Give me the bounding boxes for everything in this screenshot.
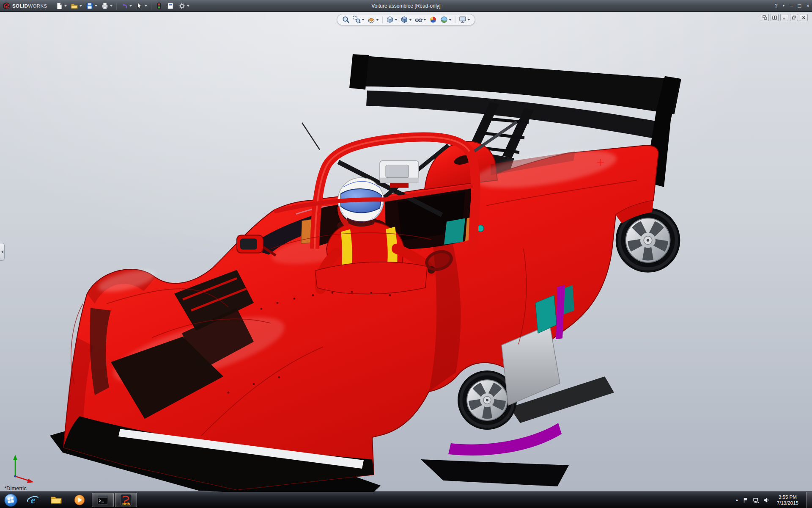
heads-up-view-toolbar <box>337 14 475 25</box>
dropdown-caret[interactable] <box>376 19 379 21</box>
help-button[interactable]: ? <box>775 3 778 8</box>
taskbar-media-player[interactable] <box>69 493 91 507</box>
toolbar-separator <box>455 17 455 23</box>
edit-appearance-button[interactable] <box>429 15 438 24</box>
pane-arrange-icon <box>763 15 767 20</box>
view-orientation-button[interactable] <box>386 15 398 24</box>
display-style-button[interactable] <box>400 15 412 24</box>
zoom-to-area-button[interactable] <box>353 15 365 24</box>
windows-start-orb-icon <box>4 493 18 507</box>
media-player-icon <box>73 494 86 506</box>
hidden-icons-button[interactable]: ▲ <box>735 498 739 502</box>
open-icon <box>71 2 78 10</box>
dropdown-caret[interactable] <box>395 19 398 21</box>
graphics-viewport[interactable]: *Dimetric <box>0 12 812 491</box>
toolbar-separator <box>382 17 383 23</box>
tray-date: 7/13/2015 <box>777 500 798 506</box>
chevron-left-icon <box>1 250 3 254</box>
taskbar-command-prompt[interactable] <box>92 493 114 507</box>
dropdown-caret[interactable] <box>424 19 426 21</box>
folder-icon <box>50 494 63 506</box>
zoom-to-fit-icon <box>342 16 350 24</box>
network-icon <box>753 497 759 503</box>
file-properties-button[interactable] <box>165 1 176 11</box>
apply-scene-icon <box>440 16 448 24</box>
toolbar-separator <box>151 2 151 10</box>
volume-icon <box>763 497 769 503</box>
action-center-button[interactable] <box>743 497 749 503</box>
dropdown-caret[interactable] <box>468 19 470 21</box>
document-close-button[interactable] <box>800 14 808 21</box>
section-view-button[interactable] <box>367 15 379 24</box>
apply-scene-button[interactable] <box>440 15 452 24</box>
toolbar-separator <box>116 2 117 10</box>
hide-show-items-button[interactable] <box>414 15 427 24</box>
window-title: Voiture assomblee [Read-only] <box>371 3 440 9</box>
dropdown-caret[interactable] <box>95 5 97 7</box>
doc-close-icon <box>801 15 806 20</box>
print-icon <box>101 2 109 10</box>
command-prompt-icon <box>96 494 109 506</box>
dropdown-caret[interactable] <box>409 19 412 21</box>
minimize-button[interactable]: – <box>790 3 793 8</box>
pane-split-button[interactable] <box>771 14 779 21</box>
open-button[interactable] <box>69 1 83 11</box>
dropdown-caret[interactable] <box>110 5 112 7</box>
taskbar-clock[interactable]: 3:55 PM 7/13/2015 <box>773 494 802 506</box>
window-controls: ? ▾ – □ × <box>775 3 809 8</box>
title-bar: SOLIDWORKS <box>0 0 812 12</box>
show-desktop-button[interactable] <box>806 492 812 508</box>
select-button[interactable] <box>134 1 148 11</box>
help-menu-caret[interactable]: ▾ <box>783 4 785 8</box>
view-settings-button[interactable] <box>458 15 471 24</box>
tray-time: 3:55 PM <box>777 494 798 500</box>
dropdown-caret[interactable] <box>187 5 189 7</box>
new-document-button[interactable] <box>54 1 68 11</box>
taskbar-solidworks-2015[interactable]: 2015 <box>115 493 137 507</box>
save-icon <box>86 2 93 10</box>
rebuild-button[interactable] <box>154 1 164 11</box>
taskbar-apps: e 2015 <box>22 492 137 508</box>
solidworks-logo-mark <box>3 2 10 10</box>
section-view-icon <box>368 16 376 24</box>
taskbar-windows-explorer[interactable] <box>45 493 67 507</box>
document-minimize-button[interactable] <box>780 14 788 21</box>
pane-arrange-button[interactable] <box>761 14 769 21</box>
dropdown-caret[interactable] <box>449 19 452 21</box>
y-axis-arrow <box>13 455 17 460</box>
save-button[interactable] <box>85 1 99 11</box>
hide-show-items-icon <box>415 16 423 24</box>
dropdown-caret[interactable] <box>80 5 82 7</box>
select-cursor-icon <box>136 2 143 10</box>
dropdown-caret[interactable] <box>129 5 132 7</box>
scene-canvas <box>0 12 812 491</box>
edit-appearance-icon <box>429 16 437 24</box>
undo-icon <box>121 2 128 10</box>
volume-button[interactable] <box>763 497 769 503</box>
tray-icons <box>743 497 769 503</box>
solidworks-logo: SOLIDWORKS <box>3 2 47 10</box>
options-gear-icon <box>178 2 186 10</box>
internet-explorer-icon: e <box>27 494 39 506</box>
taskbar: e 2015 <box>0 491 812 508</box>
dropdown-caret[interactable] <box>64 5 67 7</box>
document-restore-button[interactable] <box>790 14 798 21</box>
feature-manager-flyout-handle[interactable] <box>0 243 5 261</box>
dropdown-caret[interactable] <box>362 19 365 21</box>
maximize-button[interactable]: □ <box>798 3 801 8</box>
document-window-controls <box>761 14 808 21</box>
taskbar-internet-explorer[interactable]: e <box>22 493 44 507</box>
system-tray: ▲ 3:55 PM 7/13/2015 <box>735 492 812 508</box>
options-button[interactable] <box>177 1 191 11</box>
view-orientation-icon <box>386 16 394 24</box>
print-button[interactable] <box>100 1 114 11</box>
close-button[interactable]: × <box>806 3 809 8</box>
undo-button[interactable] <box>119 1 133 11</box>
dropdown-caret[interactable] <box>145 5 147 7</box>
new-document-icon <box>55 2 63 10</box>
brand-text: SOLIDWORKS <box>12 3 47 8</box>
orientation-triad <box>6 449 41 485</box>
network-button[interactable] <box>753 497 759 503</box>
zoom-to-fit-button[interactable] <box>342 15 351 24</box>
start-button[interactable] <box>0 492 21 508</box>
